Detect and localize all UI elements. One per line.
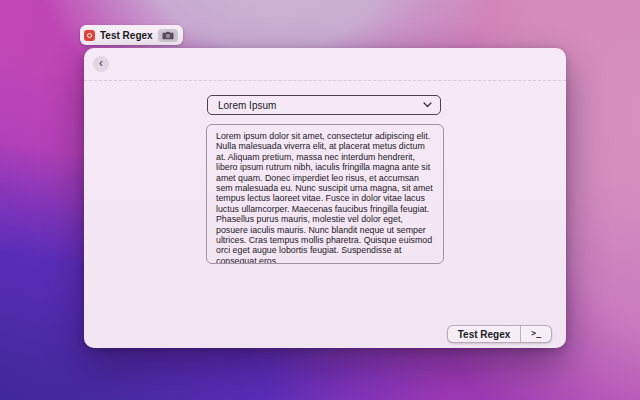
back-button[interactable]: ‹ <box>93 56 109 72</box>
window-tab[interactable]: Test Regex <box>80 25 183 45</box>
tab-label: Test Regex <box>100 30 153 41</box>
test-regex-button[interactable]: Test Regex <box>448 326 521 342</box>
app-window: ‹ Lorem Ipsum Lorem ipsum dolor sit amet… <box>84 48 566 348</box>
footer-button-group: Test Regex >_ <box>447 325 552 343</box>
record-icon <box>84 30 95 41</box>
camera-icon <box>162 31 174 40</box>
window-header: ‹ <box>84 48 566 81</box>
camera-badge-button[interactable] <box>158 29 178 42</box>
sample-text-input[interactable]: Lorem ipsum dolor sit amet, consectetur … <box>206 124 444 264</box>
chevron-left-icon: ‹ <box>99 57 103 69</box>
preset-dropdown-value: Lorem Ipsum <box>218 100 423 111</box>
terminal-button[interactable]: >_ <box>520 326 551 342</box>
terminal-icon: >_ <box>531 329 541 338</box>
chevron-down-icon <box>423 102 432 108</box>
preset-dropdown[interactable]: Lorem Ipsum <box>207 95 441 115</box>
